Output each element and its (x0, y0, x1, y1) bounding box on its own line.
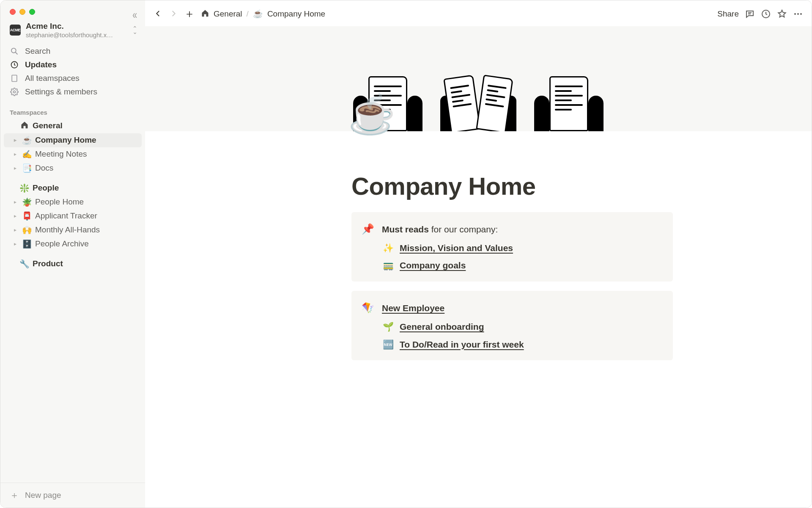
callout-block[interactable]: 📌Must reads for our company:✨Mission, Vi… (351, 212, 673, 282)
teamspace-people[interactable]: ▸❇️People (4, 181, 142, 195)
sidebar-updates[interactable]: Updates (5, 58, 141, 72)
chevron-right-icon[interactable]: ▸ (11, 165, 19, 171)
sidebar-page-label: Company Home (35, 135, 96, 145)
chevron-right-icon[interactable]: ▸ (11, 199, 19, 205)
cover-image[interactable] (145, 26, 812, 131)
page-title[interactable]: Company Home (351, 172, 673, 200)
callout-link-label: Company goals (400, 258, 466, 273)
breadcrumb-page-emoji: ☕ (253, 9, 263, 19)
callout-heading: Must reads for our company: (382, 222, 498, 237)
callout-emoji-icon: 📌 (362, 221, 374, 238)
teamspace-label: Product (33, 259, 63, 268)
search-icon (10, 47, 19, 55)
page-emoji-icon: 🪴 (22, 197, 33, 207)
teamspace-tree: ▸General▸☕Company Home▸✍️Meeting Notes▸📑… (0, 119, 145, 271)
nav-forward-button[interactable] (169, 8, 178, 20)
favorite-icon[interactable] (777, 9, 787, 19)
chevron-right-icon[interactable]: ▸ (11, 227, 19, 233)
sidebar-settings-label: Settings & members (25, 87, 97, 97)
breadcrumb-page[interactable]: Company Home (267, 9, 325, 19)
sidebar-page-company-home[interactable]: ▸☕Company Home (4, 133, 142, 147)
item-emoji-icon: 🌱 (383, 319, 394, 334)
sidebar: « ACME Acme Inc. stephanie@toolsforthoug… (0, 0, 145, 508)
plus-icon: ＋ (10, 489, 19, 502)
new-page-button[interactable]: ＋ New page (0, 483, 145, 508)
sidebar-all-teamspaces-label: All teamspaces (25, 74, 80, 83)
sidebar-all-teamspaces[interactable]: All teamspaces (5, 72, 141, 85)
workspace-switcher[interactable]: ACME Acme Inc. stephanie@toolsforthought… (0, 15, 145, 43)
sidebar-page-label: Applicant Tracker (35, 211, 97, 221)
chevron-right-icon[interactable]: ▸ (11, 151, 19, 157)
callout-link-label: General onboarding (400, 319, 484, 334)
callout-block[interactable]: 🪁New Employee🌱General onboarding🆕To Do/R… (351, 291, 673, 360)
history-icon[interactable] (761, 9, 771, 19)
nav-back-button[interactable] (154, 8, 163, 20)
new-tab-button[interactable]: ＋ (184, 6, 195, 21)
sidebar-page-docs[interactable]: ▸📑Docs (4, 161, 142, 175)
building-icon (10, 74, 19, 83)
sidebar-page-people-archive[interactable]: ▸🗄️People Archive (4, 237, 142, 251)
chevron-right-icon[interactable]: ▸ (11, 137, 19, 143)
breadcrumb-root[interactable]: General (214, 9, 242, 19)
svg-point-15 (797, 13, 799, 15)
topbar: ＋ General / ☕ Company Home Share (145, 0, 812, 26)
callout-link-label: To Do/Read in your first week (400, 337, 524, 352)
item-emoji-icon: ✨ (383, 240, 394, 256)
svg-point-14 (794, 13, 796, 15)
callout-link-item[interactable]: 🌱General onboarding (383, 319, 663, 334)
teamspace-label: People (33, 183, 59, 193)
sidebar-settings[interactable]: Settings & members (5, 85, 141, 99)
sidebar-page-label: Meeting Notes (35, 149, 87, 159)
callout-link-label: Mission, Vision and Values (400, 240, 513, 256)
sidebar-page-people-home[interactable]: ▸🪴People Home (4, 195, 142, 209)
svg-rect-3 (12, 75, 17, 81)
minimize-window-button[interactable] (19, 9, 25, 15)
page-emoji-icon: 🗄️ (22, 239, 33, 249)
breadcrumb: General / ☕ Company Home (201, 9, 325, 19)
page-icon[interactable]: ☕ (348, 95, 395, 133)
more-icon[interactable] (793, 9, 803, 19)
callout-emoji-icon: 🪁 (362, 299, 374, 317)
callout-link-item[interactable]: ✨Mission, Vision and Values (383, 240, 663, 256)
sidebar-page-label: People Archive (35, 239, 89, 248)
callout-link-item[interactable]: 🆕To Do/Read in your first week (383, 337, 663, 352)
teamspaces-section-label: Teamspaces (0, 103, 145, 119)
svg-line-1 (16, 52, 18, 54)
window-controls (0, 0, 145, 15)
chevron-right-icon[interactable]: ▸ (11, 241, 19, 247)
chevron-right-icon[interactable]: ▸ (11, 213, 19, 219)
item-emoji-icon: 🆕 (383, 337, 394, 352)
workspace-email: stephanie@toolsforthought.x… (26, 31, 123, 39)
workspace-name: Acme Inc. (26, 22, 127, 31)
sidebar-updates-label: Updates (25, 60, 57, 69)
maximize-window-button[interactable] (29, 9, 35, 15)
teamspace-general[interactable]: ▸General (4, 119, 142, 133)
main-area: ＋ General / ☕ Company Home Share (145, 0, 812, 508)
callout-link-item[interactable]: 🚃Company goals (383, 258, 663, 273)
teamspace-icon: 🔧 (19, 259, 30, 269)
workspace-icon: ACME (10, 25, 21, 36)
teamspace-product[interactable]: ▸🔧Product (4, 257, 142, 271)
teamspace-label: General (33, 121, 63, 130)
chevron-up-down-icon: ⌃⌃ (132, 27, 137, 33)
page-emoji-icon: 📑 (22, 163, 33, 173)
sidebar-page-meeting-notes[interactable]: ▸✍️Meeting Notes (4, 147, 142, 161)
page-emoji-icon: ☕ (22, 135, 33, 145)
share-button[interactable]: Share (717, 9, 739, 19)
page-emoji-icon: 🙌 (22, 225, 33, 235)
sidebar-page-label: Monthly All-Hands (35, 225, 100, 235)
item-emoji-icon: 🚃 (383, 258, 394, 273)
page-emoji-icon: 📮 (22, 211, 33, 221)
svg-point-16 (800, 13, 802, 15)
sidebar-search[interactable]: Search (5, 44, 141, 58)
breadcrumb-separator: / (247, 9, 249, 19)
sidebar-page-monthly-all-hands[interactable]: ▸🙌Monthly All-Hands (4, 223, 142, 237)
close-window-button[interactable] (10, 9, 16, 15)
collapse-sidebar-button[interactable]: « (133, 8, 137, 22)
callout-heading-link[interactable]: New Employee (382, 303, 444, 313)
sidebar-page-applicant-tracker[interactable]: ▸📮Applicant Tracker (4, 209, 142, 223)
house-icon (19, 121, 30, 131)
sidebar-page-label: People Home (35, 197, 84, 207)
comments-icon[interactable] (745, 9, 755, 19)
page-content: Company Home 📌Must reads for our company… (145, 131, 812, 508)
